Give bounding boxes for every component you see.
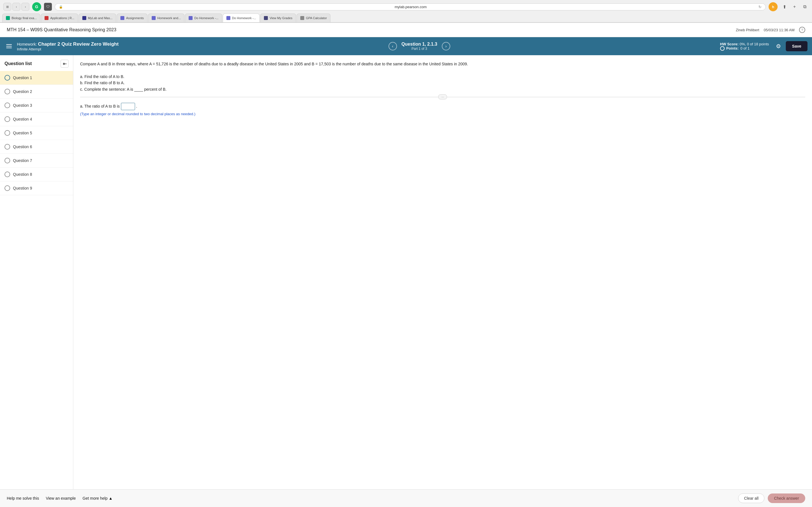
tab-homework1[interactable]: Homework and... xyxy=(148,13,185,22)
hw-question-part: Part 1 of 3 xyxy=(402,47,437,51)
question-item-1[interactable]: Question 1 xyxy=(0,71,73,85)
share-button[interactable]: ⬆ xyxy=(780,3,788,11)
get-more-help-button[interactable]: Get more help ▲ xyxy=(83,496,113,500)
help-button[interactable]: ? xyxy=(799,27,805,33)
question-text: Compare A and B in three ways, where A =… xyxy=(80,61,805,93)
hw-title-section: Homework: Chapter 2 Quiz Review Zero Wei… xyxy=(17,41,119,51)
tab-favicon-viewgrades xyxy=(264,16,268,20)
hw-score-section: HW Score: 0%, 0 of 18 points Points: 0 o… xyxy=(720,42,769,51)
tab-viewgrades[interactable]: View My Grades xyxy=(260,13,296,22)
question-item-4[interactable]: Question 4 xyxy=(0,112,73,126)
question-part-c: c. Complete the sentence: A is ____ perc… xyxy=(80,87,167,92)
tab-switcher-buttons: ⊞ ‹ › xyxy=(3,3,29,11)
refresh-icon[interactable]: ↻ xyxy=(758,5,762,9)
hw-score-label: HW Score: xyxy=(720,42,739,46)
question-item-9[interactable]: Question 9 xyxy=(0,181,73,195)
tab-gpacalc[interactable]: GPA Calculator xyxy=(297,13,331,22)
points-circle-icon xyxy=(720,46,725,51)
bottom-right-actions: Clear all Check answer xyxy=(738,494,805,500)
help-me-solve-button[interactable]: Help me solve this xyxy=(7,496,39,500)
grammarly-icon: G xyxy=(32,2,41,11)
lock-icon: 🔒 xyxy=(59,5,63,9)
tab-back-button[interactable]: ‹ xyxy=(12,3,20,11)
clear-all-button[interactable]: Clear all xyxy=(738,494,764,500)
question-list-header: Question list ⇤ xyxy=(0,55,73,71)
question-item-3[interactable]: Question 3 xyxy=(0,99,73,112)
question-item-2[interactable]: Question 2 xyxy=(0,85,73,99)
sidebar-button[interactable]: ⧉ xyxy=(801,3,809,11)
tab-label-gpacalc: GPA Calculator xyxy=(306,16,327,20)
tab-label-dohomework1: Do Homework -... xyxy=(194,16,218,20)
tab-dohomework2[interactable]: Do Homework -... xyxy=(223,13,260,22)
question-label-4: Question 4 xyxy=(13,117,32,121)
tab-mylab[interactable]: MyLab and Mas... xyxy=(79,13,116,22)
question-label-9: Question 9 xyxy=(13,186,32,190)
main-layout: Question list ⇤ Question 1 Question 2 Qu… xyxy=(0,55,812,500)
tab-biology[interactable]: Biology final exa... xyxy=(2,13,40,22)
save-button[interactable]: Save xyxy=(786,41,808,51)
address-bar[interactable]: 🔒 mylab.pearson.com ↻ xyxy=(55,3,766,10)
view-example-button[interactable]: View an example xyxy=(46,496,75,500)
tab-label-assignments: Assignments xyxy=(126,16,144,20)
tab-favicon-mylab xyxy=(82,16,86,20)
collapse-sidebar-button[interactable]: ⇤ xyxy=(61,60,68,68)
question-radio-2 xyxy=(4,89,10,94)
homework-bar: Homework: Chapter 2 Quiz Review Zero Wei… xyxy=(0,37,812,55)
hw-points-label: Points: xyxy=(726,46,739,50)
page-header: MTH 154 – W09S Quantitative Reasoning Sp… xyxy=(0,23,812,37)
tab-forward-button[interactable]: › xyxy=(21,3,29,11)
hw-subtitle: Infinite Attempt xyxy=(17,47,119,51)
hw-prev-button[interactable]: ‹ xyxy=(389,42,397,50)
tab-favicon-applications xyxy=(45,16,49,20)
answer-section: a. The ratio of A to B is . (Type an int… xyxy=(80,103,805,116)
hw-points-value: 0 of 1 xyxy=(741,46,750,50)
answer-hint: (Type an integer or decimal rounded to t… xyxy=(80,112,805,116)
hw-score-line: HW Score: 0%, 0 of 18 points xyxy=(720,42,769,46)
hackernews-icon: h xyxy=(769,2,777,11)
tab-label-viewgrades: View My Grades xyxy=(269,16,292,20)
divider-handle[interactable]: ··· xyxy=(438,94,447,100)
question-item-6[interactable]: Question 6 xyxy=(0,140,73,154)
question-list-title: Question list xyxy=(4,61,32,66)
question-label-3: Question 3 xyxy=(13,103,32,108)
hw-next-button[interactable]: › xyxy=(442,42,450,50)
course-title: MTH 154 – W09S Quantitative Reasoning Sp… xyxy=(7,27,116,33)
page-header-right: Zineb Philibert 05/03/23 11:36 AM ? xyxy=(736,27,805,33)
url-text: mylab.pearson.com xyxy=(65,5,756,9)
user-name: Zineb Philibert xyxy=(736,28,759,32)
bottom-bar: Help me solve this View an example Get m… xyxy=(0,489,812,500)
tab-applications[interactable]: Applications | R... xyxy=(41,13,78,22)
question-label-5: Question 5 xyxy=(13,131,32,135)
question-item-8[interactable]: Question 8 xyxy=(0,168,73,181)
tab-label-dohomework2: Do Homework -... xyxy=(232,16,256,20)
menu-button[interactable] xyxy=(4,42,13,51)
date-time: 05/03/23 11:36 AM xyxy=(764,28,795,32)
tab-favicon-dohomework2 xyxy=(226,16,231,20)
question-radio-1 xyxy=(4,75,10,80)
svg-rect-1 xyxy=(6,46,12,47)
hw-title-text: Chapter 2 Quiz Review Zero Weight xyxy=(38,41,119,47)
answer-prompt: a. The ratio of A to B is xyxy=(80,103,120,110)
tab-favicon-homework1 xyxy=(152,16,156,20)
hw-points-line: Points: 0 of 1 xyxy=(720,46,769,51)
help-icon-label: ? xyxy=(801,28,803,32)
question-item-7[interactable]: Question 7 xyxy=(0,154,73,168)
question-item-5[interactable]: Question 5 xyxy=(0,126,73,140)
svg-rect-0 xyxy=(6,44,12,45)
question-label-7: Question 7 xyxy=(13,158,32,163)
question-main-text: Compare A and B in three ways, where A =… xyxy=(80,62,468,66)
question-radio-5 xyxy=(4,130,10,136)
tab-grid-button[interactable]: ⊞ xyxy=(3,3,11,11)
browser-chrome: ⊞ ‹ › G 🛡 🔒 mylab.pearson.com ↻ h ⬆ + ⧉ … xyxy=(0,0,812,23)
question-label-6: Question 6 xyxy=(13,145,32,149)
answer-input[interactable] xyxy=(121,103,135,110)
settings-button[interactable]: ⚙ xyxy=(773,41,783,51)
question-radio-9 xyxy=(4,185,10,191)
check-answer-button[interactable]: Check answer xyxy=(768,494,805,500)
new-tab-button[interactable]: + xyxy=(791,3,799,11)
question-content: Compare A and B in three ways, where A =… xyxy=(73,55,812,500)
tab-favicon-assignments xyxy=(120,16,124,20)
tab-dohomework1[interactable]: Do Homework -... xyxy=(185,13,222,22)
tab-assignments[interactable]: Assignments xyxy=(117,13,147,22)
browser-actions: ⬆ + ⧉ xyxy=(780,3,809,11)
